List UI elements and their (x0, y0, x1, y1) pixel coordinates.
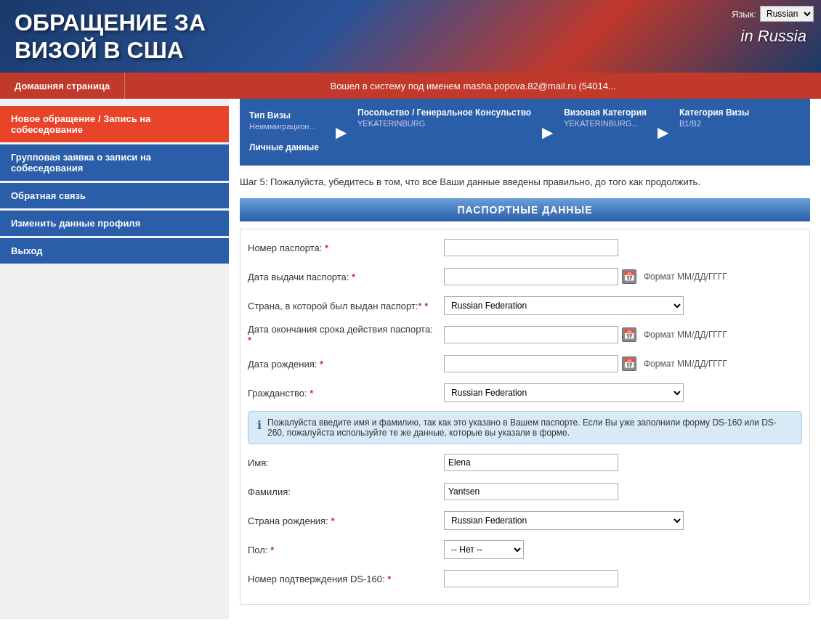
gender-row: Пол: * -- Нет -- Мужской Женский (248, 539, 802, 561)
issue-date-label: Дата выдачи паспорта: * (248, 272, 444, 282)
sidebar-item-edit-profile[interactable]: Изменить данные профиля (0, 211, 229, 236)
passport-number-row: Номер паспорта: * (248, 237, 802, 258)
user-info: Вошел в систему под именем masha.popova.… (125, 81, 821, 91)
step-description: Шаг 5: Пожалуйста, убедитесь в том, что … (240, 176, 810, 187)
sidebar-item-new-appointment[interactable]: Новое обращение / Запись на собеседовани… (0, 106, 229, 142)
wizard-step-visa-subcategory: Категория Визы B1/B2 (674, 105, 761, 160)
birth-country-label: Страна рождения: * (248, 515, 444, 526)
ds160-control (444, 570, 802, 587)
ds160-label: Номер подтверждения DS-160: * (248, 574, 444, 584)
wizard-steps: Тип Визы Неиммиграцион... Личные данные … (240, 99, 810, 166)
gender-control: -- Нет -- Мужской Женский (444, 540, 802, 559)
country-issued-label: Страна, в которой был выдан паспорт:* * (248, 301, 444, 311)
sidebar-item-group-appointment[interactable]: Групповая заявка о записи на собеседован… (0, 144, 229, 181)
passport-number-label: Номер паспорта: * (248, 242, 444, 253)
sidebar: Новое обращение / Запись на собеседовани… (0, 99, 229, 619)
wizard-personal-data: Личные данные (243, 139, 331, 157)
birth-date-row: Дата рождения: * Формат ММ/ДД/ГГГГ (248, 353, 802, 375)
first-name-control (444, 454, 802, 471)
issue-date-calendar-icon[interactable] (622, 269, 636, 284)
wizard-arrow-1: ▶ (334, 105, 348, 160)
birth-date-format-hint: Формат ММ/ДД/ГГГГ (644, 359, 727, 369)
birth-date-input[interactable] (444, 355, 618, 372)
info-icon: ℹ (257, 418, 262, 432)
citizenship-row: Гражданство: * Russian Federation United… (248, 382, 802, 404)
sidebar-item-feedback[interactable]: Обратная связь (0, 183, 229, 208)
birth-date-label: Дата рождения: * (248, 359, 444, 370)
wizard-step-visa-type: Тип Визы Неиммиграцион... (243, 107, 331, 134)
last-name-input[interactable] (444, 483, 618, 500)
issue-date-input[interactable] (444, 268, 618, 285)
header-title: ОБРАЩЕНИЕ ЗА ВИЗОЙ В США (15, 9, 206, 65)
citizenship-select[interactable]: Russian Federation United States Germany (444, 383, 684, 402)
expiry-date-input[interactable] (444, 326, 618, 343)
language-select[interactable]: Russian (760, 6, 814, 22)
ds160-input[interactable] (444, 570, 618, 587)
info-text: Пожалуйста введите имя и фамилию, так ка… (267, 417, 793, 438)
passport-form: Номер паспорта: * Дата выдачи паспорта: … (240, 229, 810, 605)
country-issued-control: Russian Federation United States Germany… (444, 296, 802, 315)
country-issued-row: Страна, в которой был выдан паспорт:* * … (248, 295, 802, 317)
expiry-date-calendar-icon[interactable] (622, 327, 636, 342)
wizard-step-embassy: Посольство / Генеральное Консульство YEK… (352, 105, 537, 160)
expiry-date-control: Формат ММ/ДД/ГГГГ (444, 326, 802, 343)
lang-label: Язык: (732, 9, 756, 20)
home-link[interactable]: Домашняя страница (0, 73, 125, 99)
name-info-box: ℹ Пожалуйста введите имя и фамилию, так … (248, 411, 802, 444)
language-selector-area: Язык: Russian (732, 6, 814, 22)
first-name-row: Имя: (248, 452, 802, 473)
expiry-date-label: Дата окончания срока действия паспорта: … (248, 324, 444, 346)
expiry-date-row: Дата окончания срока действия паспорта: … (248, 324, 802, 346)
citizenship-label: Гражданство: * (248, 388, 444, 399)
main-content: Тип Визы Неиммиграцион... Личные данные … (229, 99, 821, 619)
first-name-label: Имя: (248, 457, 444, 468)
birth-country-select[interactable]: Russian Federation United States Germany (444, 511, 684, 530)
citizenship-control: Russian Federation United States Germany (444, 383, 802, 402)
first-name-input[interactable] (444, 454, 618, 471)
passport-section-header: ПАСПОРТНЫЕ ДАННЫЕ (240, 198, 810, 221)
birth-date-calendar-icon[interactable] (622, 356, 636, 371)
ds160-row: Номер подтверждения DS-160: * (248, 568, 802, 590)
sidebar-item-logout[interactable]: Выход (0, 238, 229, 264)
issue-date-row: Дата выдачи паспорта: * Формат ММ/ДД/ГГГ… (248, 266, 802, 288)
header-subtitle: in Russia (741, 27, 806, 46)
header-title-block: ОБРАЩЕНИЕ ЗА ВИЗОЙ В США (15, 9, 206, 65)
last-name-label: Фамилия: (248, 486, 444, 497)
passport-number-control (444, 239, 802, 256)
wizard-arrow-3: ▶ (656, 105, 670, 160)
wizard-step-visa-category: Визовая Категория YEKATERINBURG... (558, 105, 652, 160)
expiry-date-format-hint: Формат ММ/ДД/ГГГГ (644, 330, 727, 340)
country-issued-select[interactable]: Russian Federation United States Germany… (444, 296, 684, 315)
last-name-row: Фамилия: (248, 481, 802, 502)
gender-label: Пол: * (248, 545, 444, 555)
gender-select[interactable]: -- Нет -- Мужской Женский (444, 540, 524, 559)
wizard-arrow-2: ▶ (541, 105, 554, 160)
page-header: ОБРАЩЕНИЕ ЗА ВИЗОЙ В США in Russia Язык:… (0, 0, 821, 73)
passport-number-input[interactable] (444, 239, 618, 256)
issue-date-control: Формат ММ/ДД/ГГГГ (444, 268, 802, 285)
page-layout: Новое обращение / Запись на собеседовани… (0, 99, 821, 619)
birth-country-control: Russian Federation United States Germany (444, 511, 802, 530)
birth-date-control: Формат ММ/ДД/ГГГГ (444, 355, 802, 372)
last-name-control (444, 483, 802, 500)
navbar: Домашняя страница Вошел в систему под им… (0, 73, 821, 99)
issue-date-format-hint: Формат ММ/ДД/ГГГГ (644, 272, 727, 282)
birth-country-row: Страна рождения: * Russian Federation Un… (248, 510, 802, 531)
